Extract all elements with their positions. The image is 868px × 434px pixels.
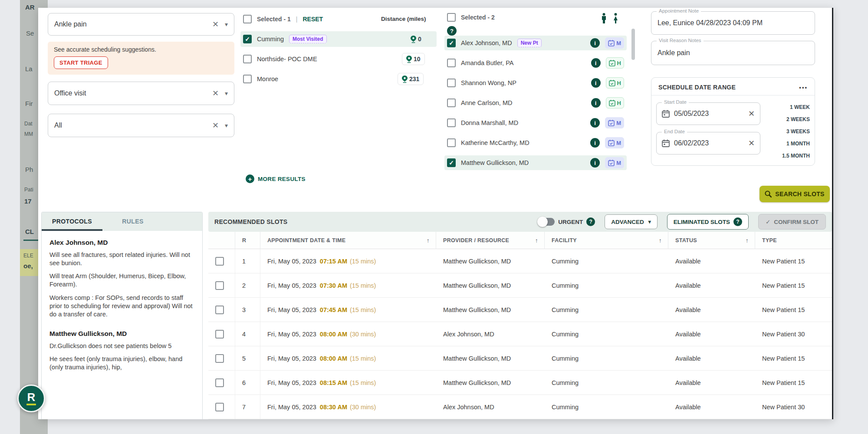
provider-checkbox[interactable] (447, 138, 456, 147)
header-type[interactable]: TYPE (755, 232, 829, 249)
clear-icon[interactable]: ✕ (212, 20, 219, 29)
location-checkbox[interactable] (243, 75, 252, 83)
provider-checkbox[interactable] (447, 118, 456, 127)
quick-range-3-weeks[interactable]: 3 WEEKS (762, 128, 810, 135)
provider-calendar-chip[interactable]: M (605, 37, 624, 49)
header-facility[interactable]: FACILITY↑ (545, 232, 668, 249)
clear-icon[interactable]: ✕ (748, 109, 755, 118)
chevron-down-icon[interactable]: ▾ (225, 90, 228, 97)
locations-reset-button[interactable]: RESET (302, 16, 323, 23)
chevron-down-icon[interactable]: ▾ (225, 21, 228, 28)
slot-checkbox[interactable] (215, 281, 224, 290)
help-icon[interactable]: ? (447, 26, 457, 36)
provider-row[interactable]: Katherine McCarthy, MD i M (444, 135, 627, 150)
header-status[interactable]: STATUS↑ (668, 232, 755, 249)
info-icon[interactable]: i (590, 158, 600, 168)
provider-checkbox[interactable] (447, 79, 456, 87)
info-icon[interactable]: i (590, 38, 600, 48)
protocol-note: Will treat Arm (Shoulder, Humerus, Bicep… (49, 272, 194, 289)
visit-reason-label: Visit Reason Notes (657, 38, 704, 43)
info-icon[interactable]: i (591, 98, 601, 108)
provider-calendar-chip[interactable]: H (606, 97, 624, 108)
info-icon[interactable]: i (590, 138, 600, 148)
chevron-down-icon[interactable]: ▾ (225, 122, 228, 129)
urgent-toggle[interactable] (538, 218, 555, 226)
header-datetime[interactable]: APPOINTMENT DATE & TIME↑ (260, 232, 436, 249)
slot-provider: Matthew Gullickson, MD (436, 282, 545, 289)
quick-range-1-week[interactable]: 1 WEEK (762, 104, 810, 110)
slot-select-cell (208, 298, 235, 322)
provider-checkbox[interactable] (447, 99, 456, 107)
visit-type-select[interactable]: Office visit ✕ ▾ (48, 82, 234, 105)
providers-scrollbar[interactable] (631, 29, 635, 60)
slot-checkbox[interactable] (215, 354, 224, 363)
more-options-icon[interactable]: ••• (799, 84, 808, 91)
app-fab-button[interactable]: R (17, 385, 45, 412)
provider-calendar-chip[interactable]: M (605, 137, 624, 148)
info-icon[interactable]: i (590, 118, 600, 128)
quick-range-1-month[interactable]: 1 MONTH (762, 141, 810, 147)
provider-row[interactable]: ✓ Matthew Gullickson, MD i M (444, 155, 627, 170)
slot-checkbox[interactable] (215, 330, 224, 339)
provider-calendar-chip[interactable]: H (606, 57, 624, 69)
advanced-dropdown[interactable]: ADVANCED ▾ (605, 214, 658, 229)
tab-rules[interactable]: RULES (102, 212, 163, 231)
provider-checkbox[interactable]: ✓ (447, 158, 456, 167)
quick-range-2-weeks[interactable]: 2 WEEKS (762, 116, 810, 122)
slot-row[interactable]: 5 Fri, May 05, 202308:00 AM(15 mins) Mat… (208, 346, 832, 371)
slot-row[interactable]: 2 Fri, May 05, 202307:30 AM(15 mins) Mat… (208, 273, 832, 298)
provider-calendar-chip[interactable]: M (605, 157, 624, 168)
urgent-help-icon[interactable]: ? (586, 217, 595, 226)
slot-row[interactable]: 7 Fri, May 05, 202308:30 AM(30 mins) Ale… (208, 395, 832, 419)
eliminated-slots-button[interactable]: ELIMINATED SLOTS ? (667, 214, 749, 230)
quick-range-1-5-month[interactable]: 1.5 MONTH (762, 153, 810, 159)
slot-checkbox[interactable] (215, 378, 224, 387)
provider-calendar-chip[interactable]: H (606, 77, 624, 89)
more-results-link[interactable]: + MORE RESULTS (246, 174, 306, 183)
bg-fragment: Dat (24, 121, 33, 127)
info-icon[interactable]: i (591, 78, 601, 88)
chief-complaint-select[interactable]: Ankle pain ✕ ▾ (48, 13, 234, 36)
slot-checkbox[interactable] (215, 403, 224, 411)
slot-row[interactable]: 6 Fri, May 05, 202308:15 AM(15 mins) Mat… (208, 371, 832, 395)
bg-fragment: ELE (23, 253, 33, 259)
location-checkbox[interactable]: ✓ (243, 35, 252, 43)
start-triage-button[interactable]: START TRIAGE (54, 56, 108, 69)
clear-icon[interactable]: ✕ (748, 138, 755, 148)
provider-checkbox[interactable] (447, 59, 456, 67)
provider-row[interactable]: Amanda Butler, PA i H (444, 56, 627, 70)
provider-row[interactable]: Donna Marshall, MD i M (444, 115, 627, 130)
provider-row[interactable]: ✓ Alex Johnson, MD New Pt i M (444, 36, 627, 50)
slot-checkbox[interactable] (215, 306, 224, 314)
visit-reason-field[interactable]: Visit Reason Notes Ankle pain (651, 41, 815, 65)
provider-calendar-chip[interactable]: M (605, 117, 624, 128)
clear-icon[interactable]: ✕ (212, 89, 219, 98)
slot-facility: Cumming (545, 282, 668, 289)
confirm-slot-button[interactable]: ✓ CONFIRM SLOT (758, 214, 826, 230)
provider-row[interactable]: Anne Carlson, MD i H (444, 95, 627, 110)
distance-value: 0 (418, 36, 421, 43)
end-date-field[interactable]: End Date 06/02/2023 ✕ (656, 132, 760, 155)
provider-checkbox[interactable]: ✓ (447, 39, 456, 47)
slot-checkbox[interactable] (215, 257, 224, 266)
tab-protocols[interactable]: PROTOCOLS (42, 212, 102, 231)
search-slots-button[interactable]: SEARCH SLOTS (760, 186, 830, 202)
provider-row[interactable]: Shannon Wong, NP i H (444, 76, 627, 90)
slot-status: Available (668, 306, 755, 313)
clear-icon[interactable]: ✕ (212, 121, 219, 130)
providers-select-all-checkbox[interactable] (447, 13, 456, 22)
info-icon[interactable]: i (591, 58, 601, 68)
slot-rank: 7 (235, 395, 260, 419)
search-icon (765, 191, 772, 197)
appointment-note-field[interactable]: Appointment Note Lee, Eunice 04/28/2023 … (651, 11, 815, 35)
slot-row[interactable]: 1 Fri, May 05, 202307:15 AM(15 mins) Mat… (208, 249, 832, 273)
header-provider[interactable]: PROVIDER / RESOURCE↑ (436, 232, 545, 249)
header-rank[interactable]: R (235, 232, 260, 249)
provider-scope-select[interactable]: All ✕ ▾ (48, 114, 234, 137)
slot-row[interactable]: 3 Fri, May 05, 202307:45 AM(15 mins) Mat… (208, 298, 832, 322)
locations-select-all-checkbox[interactable] (243, 15, 252, 23)
start-date-field[interactable]: Start Date 05/05/2023 ✕ (656, 102, 760, 125)
calendar-letter: M (616, 40, 621, 46)
slot-row[interactable]: 4 Fri, May 05, 202308:00 AM(30 mins) Ale… (208, 322, 832, 346)
location-checkbox[interactable] (243, 55, 252, 63)
